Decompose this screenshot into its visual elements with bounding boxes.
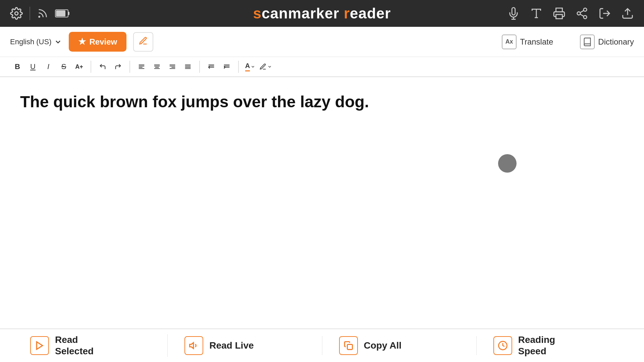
reading-speed-icon <box>493 336 512 355</box>
svg-rect-41 <box>347 345 352 350</box>
app-title-canmarker: canmarker <box>262 5 344 21</box>
text-style-group: B U I S A+ <box>10 59 87 74</box>
bold-button[interactable]: B <box>10 59 25 74</box>
svg-rect-4 <box>68 12 69 15</box>
separator-1 <box>91 61 91 73</box>
align-center-button[interactable] <box>150 59 164 74</box>
font-color-icon: A <box>245 62 250 71</box>
italic-button[interactable]: I <box>41 59 56 74</box>
align-group <box>134 59 195 74</box>
star-icon: ★ <box>78 37 86 47</box>
highlight-color-button[interactable] <box>258 59 273 74</box>
redo-button[interactable] <box>111 59 125 74</box>
dictionary-label: Dictionary <box>598 37 634 47</box>
topbar: scanmarker reader <box>0 0 644 27</box>
format-bar: B U I S A+ <box>0 57 644 77</box>
align-left-button[interactable] <box>134 59 149 74</box>
svg-point-11 <box>577 12 581 15</box>
translate-icon-box: Ax <box>502 35 517 49</box>
read-selected-label: Read Selected <box>55 334 94 357</box>
separator-3 <box>199 61 200 73</box>
svg-rect-3 <box>56 10 65 16</box>
copy-all-icon <box>339 336 358 355</box>
app-title: scanmarker reader <box>253 5 391 22</box>
outdent-button[interactable] <box>204 59 219 74</box>
feed-icon[interactable] <box>37 8 48 19</box>
translate-icon: Ax <box>505 38 513 45</box>
read-selected-action[interactable]: Read Selected <box>13 334 168 357</box>
read-live-label: Read Live <box>209 340 254 351</box>
highlight-button[interactable] <box>133 32 153 52</box>
copy-all-action[interactable]: Copy All <box>322 336 477 355</box>
indent-button[interactable] <box>219 59 234 74</box>
dictionary-icon-box <box>580 35 595 49</box>
svg-point-1 <box>39 16 40 17</box>
share-icon[interactable] <box>576 7 588 20</box>
read-selected-icon <box>30 336 49 355</box>
editor-area[interactable]: The quick brown fox jumps over the lazy … <box>0 77 644 328</box>
justify-button[interactable] <box>180 59 195 74</box>
font-icon[interactable] <box>530 7 543 20</box>
svg-line-14 <box>580 10 584 12</box>
separator-4 <box>238 61 239 73</box>
svg-marker-39 <box>37 342 43 350</box>
separator-2 <box>129 61 130 73</box>
logout-icon[interactable] <box>598 7 611 20</box>
font-color-button[interactable]: A <box>243 59 258 74</box>
copy-all-label: Copy All <box>364 340 402 351</box>
app-title-s: s <box>253 5 262 21</box>
undo-redo-group <box>95 59 125 74</box>
topbar-left <box>10 7 70 20</box>
review-label: Review <box>89 37 117 47</box>
print-icon[interactable] <box>553 7 566 20</box>
dictionary-button[interactable]: Dictionary <box>580 35 634 49</box>
topbar-right <box>507 7 634 20</box>
align-right-button[interactable] <box>165 59 180 74</box>
reading-speed-action[interactable]: Reading Speed <box>477 334 631 357</box>
reading-speed-label: Reading Speed <box>518 334 555 357</box>
svg-point-12 <box>584 15 587 18</box>
app-title-container: scanmarker reader <box>253 5 391 22</box>
voice-icon[interactable] <box>507 7 520 20</box>
read-live-icon <box>184 336 203 355</box>
svg-marker-40 <box>190 343 194 349</box>
svg-point-0 <box>15 12 18 15</box>
underline-button[interactable]: U <box>25 59 40 74</box>
language-label: English (US) <box>10 38 51 46</box>
translate-label: Translate <box>520 37 553 47</box>
color-group: A <box>243 59 273 74</box>
strikethrough-button[interactable]: S <box>56 59 71 74</box>
svg-rect-9 <box>556 14 562 19</box>
undo-button[interactable] <box>95 59 110 74</box>
battery-icon <box>55 8 70 18</box>
svg-line-13 <box>580 14 584 16</box>
translate-button[interactable]: Ax Translate <box>502 35 553 49</box>
indent-group <box>204 59 234 74</box>
settings-icon[interactable] <box>10 7 23 20</box>
review-button[interactable]: ★ Review <box>69 32 126 52</box>
main-content: English (US) ★ Review Ax Translate <box>0 27 644 362</box>
topbar-divider <box>30 7 30 20</box>
secondary-bar: English (US) ★ Review Ax Translate <box>0 27 644 57</box>
font-size-button[interactable]: A+ <box>72 59 87 74</box>
app-title-r: r <box>344 5 350 21</box>
app-title-eader: eader <box>350 5 391 21</box>
editor-content: The quick brown fox jumps over the lazy … <box>20 90 624 113</box>
read-live-action[interactable]: Read Live <box>168 336 322 355</box>
bottom-bar: Read Selected Read Live Copy All <box>0 328 644 362</box>
cursor-dot <box>498 154 517 173</box>
svg-point-10 <box>584 8 587 11</box>
language-selector[interactable]: English (US) <box>10 38 62 46</box>
upload-icon[interactable] <box>621 7 634 20</box>
